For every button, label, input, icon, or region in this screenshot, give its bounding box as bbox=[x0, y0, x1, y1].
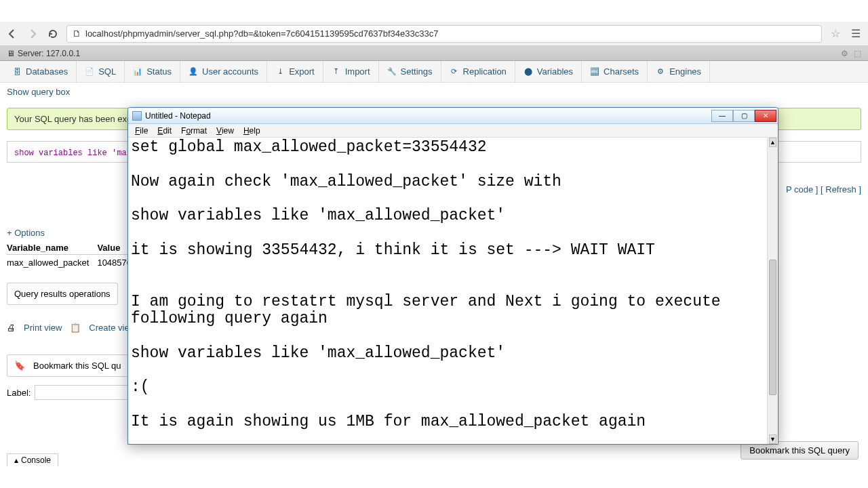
menu-format[interactable]: Format bbox=[177, 125, 211, 136]
maximize-button[interactable]: ▢ bbox=[733, 110, 755, 122]
collapse-icon[interactable]: ⬚ bbox=[854, 49, 861, 58]
charsets-icon: 🔤 bbox=[590, 67, 599, 77]
tab-label: Variables bbox=[537, 66, 573, 77]
table-icon: 📋 bbox=[70, 323, 81, 333]
label-text: Label: bbox=[7, 388, 31, 398]
scroll-down-icon[interactable]: ▼ bbox=[769, 434, 776, 444]
notepad-menu: File Edit Format View Help bbox=[128, 124, 778, 138]
tab-label: Databases bbox=[26, 66, 68, 77]
reload-button[interactable] bbox=[46, 27, 60, 41]
scroll-thumb[interactable] bbox=[769, 260, 776, 395]
bookmark-panel: 🔖 Bookmark this SQL qu bbox=[7, 354, 129, 377]
menu-edit[interactable]: Edit bbox=[153, 125, 176, 136]
server-icon: 🖥 bbox=[7, 49, 15, 58]
browser-menu-icon[interactable]: ☰ bbox=[849, 27, 863, 41]
table-header-row: Variable_name Value bbox=[7, 241, 140, 255]
tab-import[interactable]: ⤒Import bbox=[323, 61, 379, 82]
col-variable-name: Variable_name bbox=[7, 241, 97, 255]
bookmark-icon: 🔖 bbox=[14, 361, 25, 371]
tab-label: Export bbox=[289, 66, 315, 77]
console-tab[interactable]: ▴ Console bbox=[7, 453, 58, 466]
query-results-operations: Query results operations bbox=[7, 283, 118, 305]
server-breadcrumb-bar: 🖥 Server: 127.0.0.1 ⚙ ⬚ bbox=[0, 46, 868, 61]
address-bar[interactable]: 🗋 localhost/phpmyadmin/server_sql.php?db… bbox=[66, 25, 822, 43]
wrench-icon: 🔧 bbox=[387, 67, 397, 77]
print-panel: 🖨 Print view 📋 Create vie bbox=[7, 317, 136, 338]
result-table: Variable_name Value max_allowed_packet 1… bbox=[7, 241, 140, 270]
replication-icon: ⟳ bbox=[450, 67, 459, 77]
import-icon: ⤒ bbox=[332, 67, 341, 77]
tab-databases[interactable]: 🗄Databases bbox=[4, 61, 77, 82]
create-view-link[interactable]: Create vie bbox=[89, 323, 129, 333]
tab-label: Status bbox=[146, 66, 172, 77]
notepad-text-area[interactable]: set global max_allowed_packet=33554432 N… bbox=[128, 138, 767, 444]
notepad-doc-icon bbox=[132, 111, 142, 121]
tab-label: Replication bbox=[463, 66, 507, 77]
tab-label: Settings bbox=[401, 66, 433, 77]
tab-settings[interactable]: 🔧Settings bbox=[379, 61, 441, 82]
notepad-window: Untitled - Notepad — ▢ ✕ File Edit Forma… bbox=[127, 107, 778, 445]
options-toggle[interactable]: + Options bbox=[7, 228, 45, 238]
gear-icon[interactable]: ⚙ bbox=[841, 49, 848, 58]
notepad-scrollbar[interactable]: ▲ ▼ bbox=[767, 138, 778, 444]
notepad-title-text: Untitled - Notepad bbox=[145, 111, 211, 121]
menu-file[interactable]: File bbox=[131, 125, 152, 136]
engines-icon: ⚙ bbox=[656, 67, 665, 77]
bookmark-label-input[interactable] bbox=[35, 385, 130, 400]
forward-button[interactable] bbox=[26, 27, 39, 41]
server-label: Server: 127.0.0.1 bbox=[18, 49, 80, 58]
panel-title: Query results operations bbox=[14, 289, 111, 299]
bookmark-star-icon[interactable]: ☆ bbox=[829, 27, 842, 41]
tab-replication[interactable]: ⟳Replication bbox=[441, 61, 515, 82]
notepad-titlebar[interactable]: Untitled - Notepad — ▢ ✕ bbox=[128, 108, 778, 124]
tab-engines[interactable]: ⚙Engines bbox=[648, 61, 710, 82]
status-icon: 📊 bbox=[133, 67, 142, 77]
url-text: localhost/phpmyadmin/server_sql.php?db=&… bbox=[85, 28, 438, 39]
tab-bar: 🗄Databases 📄SQL 📊Status 👤User accounts ⤓… bbox=[0, 61, 868, 83]
tab-label: SQL bbox=[98, 66, 116, 77]
print-view-link[interactable]: Print view bbox=[24, 323, 62, 333]
query-action-links: P code ] [ Refresh ] bbox=[786, 184, 861, 195]
chevron-up-icon: ▴ bbox=[14, 455, 18, 465]
close-button[interactable]: ✕ bbox=[755, 110, 776, 122]
database-icon: 🗄 bbox=[12, 67, 22, 77]
tab-label: User accounts bbox=[202, 66, 258, 77]
tab-users[interactable]: 👤User accounts bbox=[180, 61, 267, 82]
bookmark-title: Bookmark this SQL qu bbox=[33, 361, 121, 371]
scroll-up-icon[interactable]: ▲ bbox=[769, 138, 776, 147]
export-icon: ⤓ bbox=[275, 67, 285, 77]
success-text: Your SQL query has been execu bbox=[14, 114, 141, 124]
variables-icon: ⬤ bbox=[524, 67, 533, 77]
php-code-link[interactable]: P code ] bbox=[786, 184, 818, 195]
table-row: max_allowed_packet 1048576 bbox=[7, 255, 140, 271]
sql-icon: 📄 bbox=[85, 67, 94, 77]
tab-label: Charsets bbox=[604, 66, 639, 77]
console-label: Console bbox=[21, 455, 51, 465]
users-icon: 👤 bbox=[189, 67, 198, 77]
tab-label: Import bbox=[345, 66, 370, 77]
tab-sql[interactable]: 📄SQL bbox=[77, 61, 125, 82]
tab-status[interactable]: 📊Status bbox=[125, 61, 180, 82]
tab-variables[interactable]: ⬤Variables bbox=[515, 61, 582, 82]
page-icon: 🗋 bbox=[73, 28, 81, 39]
menu-help[interactable]: Help bbox=[239, 125, 264, 136]
refresh-link[interactable]: [ Refresh ] bbox=[821, 184, 861, 195]
tab-export[interactable]: ⤓Export bbox=[267, 61, 323, 82]
tab-charsets[interactable]: 🔤Charsets bbox=[582, 61, 648, 82]
show-query-box-link[interactable]: Show query box bbox=[7, 87, 70, 97]
tab-label: Engines bbox=[669, 66, 701, 77]
browser-toolbar: 🗋 localhost/phpmyadmin/server_sql.php?db… bbox=[0, 22, 868, 46]
minimize-button[interactable]: — bbox=[711, 110, 733, 122]
back-button[interactable] bbox=[5, 27, 19, 41]
cell-variable: max_allowed_packet bbox=[7, 255, 97, 271]
menu-view[interactable]: View bbox=[212, 125, 238, 136]
print-icon: 🖨 bbox=[7, 323, 16, 333]
